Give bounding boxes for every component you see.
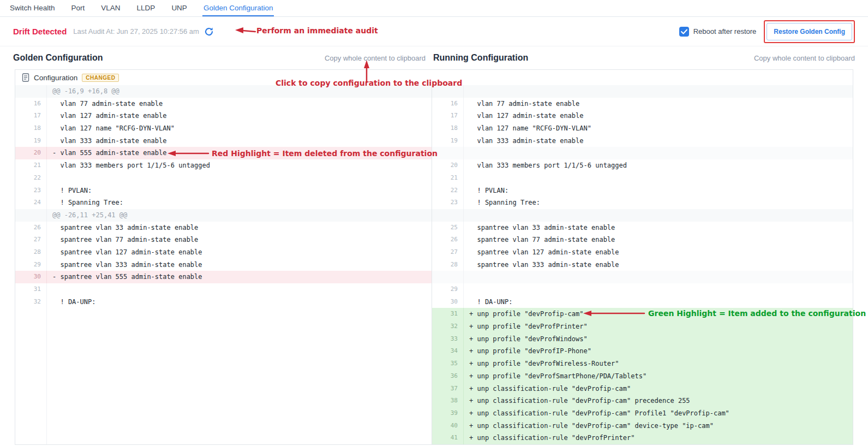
column-headers: Golden Configuration Copy whole content … xyxy=(0,46,868,69)
diff-line-add: 32+ unp profile "devProfPrinter" xyxy=(432,320,853,333)
line-content: + unp profile "devProfWireless-Router" xyxy=(464,358,619,370)
line-number: 17 xyxy=(432,110,464,122)
line-content: vlan 127 name "RCFG-DYN-VLAN" xyxy=(464,122,591,135)
diff-line-none xyxy=(15,395,432,407)
line-content: spantree vlan 333 admin-state enable xyxy=(464,259,619,271)
line-content: vlan 77 admin-state enable xyxy=(47,98,163,110)
diff-line-ctx: 27 spantree vlan 77 admin-state enable xyxy=(15,234,432,246)
diff-line-none xyxy=(15,358,432,370)
line-number xyxy=(15,333,47,346)
line-number: 17 xyxy=(15,110,47,122)
line-content xyxy=(464,85,469,98)
diff-row: 35+ unp profile "devProfWireless-Router" xyxy=(15,358,853,370)
diff-line-hunk xyxy=(432,209,853,222)
diff-row: 33+ unp profile "devProfWindows" xyxy=(15,333,853,346)
diff-row: 34+ unp profile "devProfIP-Phone" xyxy=(15,345,853,358)
diff-body: @@ -16,9 +16,8 @@16 vlan 77 admin-state … xyxy=(15,85,853,444)
annotation-highlight-box: Restore Golden Config xyxy=(764,20,855,43)
diff-line-ctx: 23 ! Spanning Tree: xyxy=(432,197,853,209)
tab-lldp[interactable]: LLDP xyxy=(136,0,157,16)
line-number: 28 xyxy=(432,259,464,271)
diff-line-none xyxy=(15,420,432,432)
tab-unp[interactable]: UNP xyxy=(170,0,188,16)
line-number: 36 xyxy=(432,370,464,383)
line-number: 29 xyxy=(15,259,47,271)
line-content xyxy=(47,358,52,370)
check-icon xyxy=(681,29,687,34)
diff-row: @@ -16,9 +16,8 @@ xyxy=(15,85,853,98)
line-number: 32 xyxy=(15,296,47,308)
line-number: 33 xyxy=(432,333,464,346)
line-content: + unp profile "devProfPrinter" xyxy=(464,320,588,333)
line-number xyxy=(15,383,47,395)
diff-line-add: 38+ unp classification-rule "devProfip-c… xyxy=(432,395,853,407)
tab-golden-configuration[interactable]: Golden Configuration xyxy=(202,0,274,16)
line-content xyxy=(47,172,52,185)
line-content xyxy=(47,345,52,358)
restore-golden-config-button[interactable]: Restore Golden Config xyxy=(767,23,852,40)
line-number: 38 xyxy=(432,395,464,407)
line-number: 29 xyxy=(432,283,464,296)
line-content xyxy=(464,283,469,296)
line-content: + unp profile "devProfWindows" xyxy=(464,333,588,346)
line-number: 31 xyxy=(15,283,47,296)
line-number xyxy=(15,420,47,432)
line-content: ! Spanning Tree: xyxy=(47,197,123,209)
diff-row: 32+ unp profile "devProfPrinter" xyxy=(15,320,853,333)
diff-line-ctx: 16 vlan 77 admin-state enable xyxy=(15,98,432,110)
line-content: vlan 333 admin-state enable xyxy=(464,135,584,147)
diff-line-ctx: 30 ! DA-UNP: xyxy=(432,296,853,308)
diff-line-ctx: 19 vlan 333 admin-state enable xyxy=(15,135,432,147)
line-number: 35 xyxy=(432,358,464,370)
line-content: vlan 127 admin-state enable xyxy=(464,110,584,122)
diff-row: 23 ! PVLAN:22 ! PVLAN: xyxy=(15,185,853,197)
line-number: 18 xyxy=(15,122,47,135)
diff-line-hunk: @@ -16,9 +16,8 @@ xyxy=(15,85,432,98)
reboot-after-restore-label: Reboot after restore xyxy=(693,27,757,35)
diff-row: 40+ unp classification-rule "devProfip-c… xyxy=(15,420,853,432)
line-number: 39 xyxy=(432,407,464,420)
line-content: ! DA-UNP: xyxy=(47,296,95,308)
diff-line-add: 40+ unp classification-rule "devProfip-c… xyxy=(432,420,853,432)
line-number xyxy=(432,147,464,159)
diff-line-ctx: 26 spantree vlan 77 admin-state enable xyxy=(432,234,853,246)
tab-switch-health[interactable]: Switch Health xyxy=(9,0,56,16)
run-audit-icon[interactable] xyxy=(203,26,214,37)
diff-line-ctx: 29 spantree vlan 333 admin-state enable xyxy=(15,259,432,271)
diff-line-ctx: 21 xyxy=(432,172,853,185)
golden-config-title: Golden Configuration xyxy=(13,53,103,63)
line-number xyxy=(15,432,47,444)
diff-row: 19 vlan 333 admin-state enable19 vlan 33… xyxy=(15,135,853,147)
diff-line-none xyxy=(15,370,432,383)
line-content: + unp classification-rule "devProfip-cam… xyxy=(464,420,714,432)
line-content: ! DA-UNP: xyxy=(464,296,512,308)
tab-vlan[interactable]: VLAN xyxy=(100,0,121,16)
diff-row: 16 vlan 77 admin-state enable16 vlan 77 … xyxy=(15,98,853,110)
copy-golden-config-link[interactable]: Copy whole content to clipboard xyxy=(325,54,426,62)
diff-line-none xyxy=(15,308,432,320)
diff-row: 2221 xyxy=(15,172,853,185)
diff-line-ctx: 26 spantree vlan 33 admin-state enable xyxy=(15,222,432,234)
line-content xyxy=(47,283,52,296)
line-number: 23 xyxy=(432,197,464,209)
line-number xyxy=(15,308,47,320)
reboot-after-restore-checkbox[interactable] xyxy=(679,27,689,37)
copy-running-config-link[interactable]: Copy whole content to clipboard xyxy=(754,54,855,62)
line-number: 24 xyxy=(15,197,47,209)
last-audit-time: Last Audit At: Jun 27, 2025 10:27:56 am xyxy=(73,27,199,35)
refresh-icon xyxy=(203,26,214,37)
line-number: 26 xyxy=(15,222,47,234)
diff-line-del: 30- spantree vlan 555 admin-state enable xyxy=(15,271,432,283)
line-number: 16 xyxy=(15,98,47,110)
line-number xyxy=(15,85,47,98)
diff-line-ctx: 32 ! DA-UNP: xyxy=(15,296,432,308)
line-content: vlan 127 admin-state enable xyxy=(47,110,167,122)
line-content: spantree vlan 77 admin-state enable xyxy=(47,234,198,246)
tab-bar: Switch HealthPortVLANLLDPUNPGolden Confi… xyxy=(0,0,868,17)
diff-line-add: 39+ unp classification-rule "devProfip-c… xyxy=(432,407,853,420)
line-number: 31 xyxy=(432,308,464,320)
line-content xyxy=(464,147,469,159)
diff-row: 38+ unp classification-rule "devProfip-c… xyxy=(15,395,853,407)
golden-config-header: Golden Configuration Copy whole content … xyxy=(13,53,431,63)
tab-port[interactable]: Port xyxy=(70,0,86,16)
